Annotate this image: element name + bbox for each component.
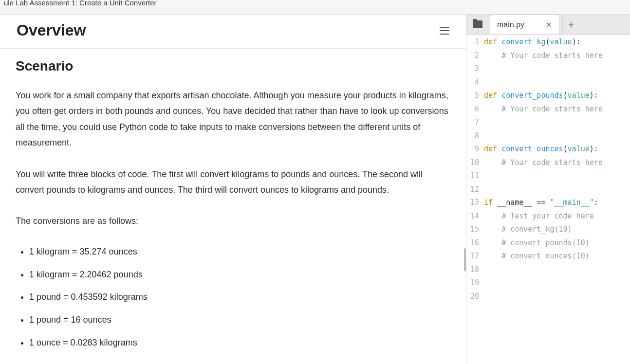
code-line[interactable] — [484, 183, 630, 197]
file-browser-button[interactable] — [466, 15, 489, 34]
main-split: Overview Scenario You work for a small c… — [0, 15, 630, 364]
code-line[interactable]: def convert_kg(value): — [484, 36, 630, 49]
list-item: 1 pound = 0.453592 kilograms — [29, 290, 450, 304]
line-gutter: 1234567891011121314151617181920 — [466, 35, 482, 364]
code-line[interactable]: # convert_pounds(10) — [484, 237, 630, 250]
paragraph-1: You work for a small company that export… — [16, 88, 450, 151]
folder-icon — [473, 20, 482, 28]
pane-splitter[interactable] — [464, 248, 466, 272]
scenario-heading: Scenario — [16, 58, 450, 74]
code-line[interactable] — [484, 129, 630, 143]
list-item: 1 kilogram = 2.20462 pounds — [29, 268, 450, 282]
overview-title: Overview — [17, 21, 86, 39]
editor-tab-main[interactable]: main.py ✕ — [490, 15, 559, 34]
code-line[interactable] — [484, 276, 630, 290]
code-area[interactable]: def convert_kg(value): # Your code start… — [482, 35, 630, 364]
paragraph-2: You will write three blocks of code. The… — [16, 166, 450, 198]
new-tab-button[interactable]: ＋ — [562, 15, 579, 34]
code-editor[interactable]: 1234567891011121314151617181920 def conv… — [466, 34, 630, 364]
editor-pane: main.py ✕ ＋ 1234567891011121314151617181… — [466, 15, 630, 364]
close-icon[interactable]: ✕ — [544, 19, 554, 30]
code-line[interactable]: # Your code starts here — [484, 49, 630, 63]
code-line[interactable]: # Your code starts here — [484, 156, 630, 170]
code-line[interactable] — [484, 169, 630, 183]
list-item: 1 pound = 16 ounces — [29, 313, 450, 327]
code-line[interactable] — [484, 76, 630, 90]
page-header: ule Lab Assessment 1: Create a Unit Conv… — [0, 0, 630, 15]
code-line[interactable]: # Your code starts here — [484, 103, 630, 116]
code-line[interactable] — [484, 263, 630, 277]
code-line[interactable]: if __name__ == "__main__": — [484, 196, 630, 210]
code-line[interactable]: # Test your code here — [484, 210, 630, 223]
list-item: 1 kilogram = 35.274 ounces — [29, 245, 450, 259]
instructions-content[interactable]: Scenario You work for a small company th… — [0, 49, 466, 364]
code-line[interactable] — [484, 62, 630, 76]
menu-icon[interactable] — [440, 27, 449, 35]
breadcrumb: ule Lab Assessment 1: Create a Unit Conv… — [4, 0, 157, 7]
list-item: 1 ounce = 0.0283 kilograms — [29, 336, 450, 350]
paragraph-3: The conversions are as follows: — [16, 213, 450, 229]
tab-label: main.py — [497, 20, 524, 29]
code-line[interactable] — [484, 116, 630, 129]
code-line[interactable]: def convert_ounces(value): — [484, 143, 630, 156]
overview-header: Overview — [0, 15, 466, 49]
instructions-pane: Overview Scenario You work for a small c… — [0, 15, 466, 364]
editor-tabbar: main.py ✕ ＋ — [466, 15, 630, 34]
conversion-list: 1 kilogram = 35.274 ounces1 kilogram = 2… — [16, 245, 450, 350]
code-line[interactable] — [484, 290, 630, 304]
code-line[interactable]: # convert_ounces(10) — [484, 250, 630, 263]
code-line[interactable]: # convert_kg(10) — [484, 223, 630, 237]
code-line[interactable]: def convert_pounds(value): — [484, 89, 630, 103]
